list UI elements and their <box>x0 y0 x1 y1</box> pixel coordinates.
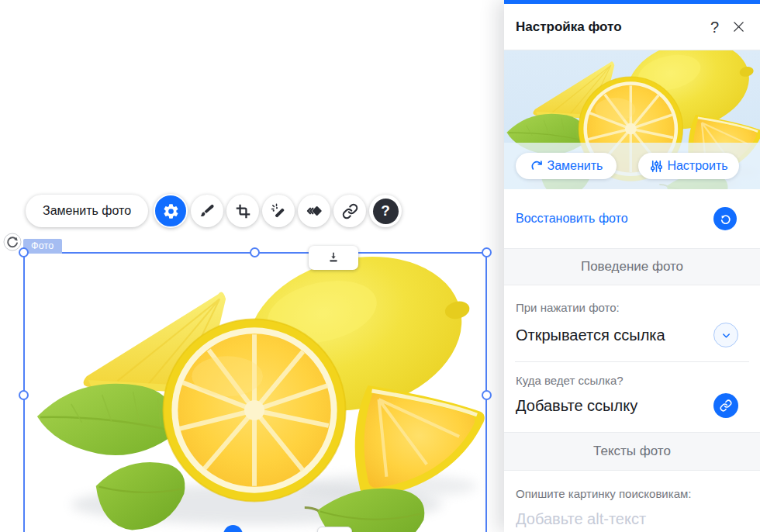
replace-image-label: Заменить <box>548 159 603 173</box>
click-behavior-value[interactable]: Открывается ссылка <box>516 326 665 344</box>
undo-icon <box>719 212 732 226</box>
floating-toolbar: Заменить фото <box>26 194 402 228</box>
section-photo-texts: Тексты фото <box>504 432 760 471</box>
panel-title: Настройка фото <box>516 19 707 35</box>
panel-header: Настройка фото ? <box>504 4 760 50</box>
magic-wand-button[interactable] <box>262 195 295 227</box>
alt-text-label: Опишите картинку поисковикам: <box>516 487 748 500</box>
restore-photo-row: Восстановить фото <box>504 189 760 248</box>
chevron-down-icon <box>720 330 732 341</box>
link-destination-row: Куда ведет ссылка? Добавьте ссылку <box>504 362 760 432</box>
link-icon <box>342 203 358 219</box>
rotate-handle[interactable] <box>3 233 22 251</box>
restore-photo-button[interactable] <box>713 207 737 230</box>
brush-button[interactable] <box>191 195 223 227</box>
rotate-icon <box>3 233 22 251</box>
bottom-size-button[interactable] <box>317 527 352 532</box>
photo-preview: Заменить Настроить <box>504 50 760 189</box>
click-behavior-row: При нажатии фото: Открывается ссылка <box>504 285 760 361</box>
photo-settings-panel: Настройка фото ? Заменить <box>504 0 760 532</box>
stretch-button[interactable] <box>309 246 358 270</box>
settings-button[interactable] <box>154 194 188 228</box>
selection-label: Фото <box>23 239 62 254</box>
gear-icon <box>162 202 180 220</box>
adjust-image-button[interactable]: Настроить <box>638 153 739 179</box>
resize-handle-mid-left[interactable] <box>19 390 29 400</box>
close-icon <box>733 21 744 33</box>
replace-photo-button[interactable]: Заменить фото <box>26 195 148 227</box>
help-icon: ? <box>373 199 399 224</box>
add-link-button[interactable] <box>713 393 738 418</box>
panel-close-button[interactable] <box>730 18 748 36</box>
resize-handle-mid-right[interactable] <box>482 390 492 400</box>
animation-button[interactable] <box>298 195 330 227</box>
alt-text-row: Опишите картинку поисковикам: <box>504 471 760 528</box>
alt-text-input[interactable] <box>516 510 748 528</box>
crop-button[interactable] <box>226 195 259 227</box>
click-behavior-label: При нажатии фото: <box>516 301 738 314</box>
brush-icon <box>199 202 216 219</box>
resize-handle-top-left[interactable] <box>19 247 29 257</box>
crop-icon <box>235 203 251 219</box>
section-title: Тексты фото <box>593 444 671 459</box>
section-photo-behavior: Поведение фото <box>504 248 760 285</box>
lemon-photo <box>25 254 485 532</box>
help-button[interactable]: ? <box>369 195 402 227</box>
stretch-icon <box>326 250 341 265</box>
toolbar-icon-group: ? <box>154 194 402 228</box>
replace-icon <box>530 159 544 174</box>
selected-photo-element[interactable]: Фото <box>23 252 487 532</box>
sliders-icon <box>649 159 664 174</box>
preview-actions: Заменить Настроить <box>504 143 760 189</box>
section-title: Поведение фото <box>581 259 683 275</box>
animation-icon <box>306 202 323 219</box>
restore-photo-link[interactable]: Восстановить фото <box>516 212 628 226</box>
link-icon <box>720 399 732 412</box>
adjust-image-label: Настроить <box>667 159 727 173</box>
link-destination-value[interactable]: Добавьте ссылку <box>516 397 637 415</box>
magic-wand-icon <box>270 202 287 219</box>
photo[interactable] <box>25 254 485 532</box>
click-behavior-dropdown[interactable] <box>713 323 738 347</box>
panel-help-button[interactable]: ? <box>707 18 722 36</box>
editor-canvas[interactable]: Заменить фото <box>0 0 504 532</box>
link-button[interactable] <box>333 195 366 227</box>
replace-image-button[interactable]: Заменить <box>516 153 617 179</box>
resize-handle-top-right[interactable] <box>482 247 492 257</box>
link-destination-label: Куда ведет ссылка? <box>516 374 738 387</box>
resize-handle-top-center[interactable] <box>250 247 260 257</box>
